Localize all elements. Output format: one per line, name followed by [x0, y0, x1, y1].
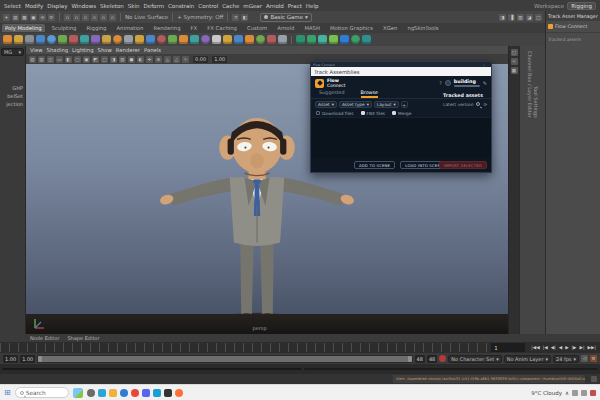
outliner-item[interactable]: belSet [0, 92, 25, 100]
file-explorer-icon[interactable] [109, 389, 117, 397]
taskbar-search-input[interactable]: Search [15, 387, 69, 398]
shelf-tool-icon[interactable] [36, 35, 45, 44]
shelf-tool-icon[interactable] [47, 35, 56, 44]
modeling-toolkit-toggle-icon[interactable]: ◪ [526, 14, 533, 21]
avatar[interactable] [445, 80, 451, 86]
symmetry-dropdown[interactable]: + Symmetry: Off [177, 14, 223, 20]
outliner-filter-dropdown[interactable]: MG ▾ [1, 48, 24, 56]
shelf-tab[interactable]: Motion Graphics [327, 24, 376, 32]
redo-icon[interactable]: ⟳ [48, 14, 55, 21]
time-slider[interactable]: 1 |◀◀|◀◀|◀▶|▶▶|▶▶| [0, 342, 600, 353]
workspace-selector[interactable]: Workspace Rigging [534, 2, 596, 10]
shelf-tool-icon[interactable] [329, 35, 338, 44]
current-frame-field[interactable]: 1 [491, 343, 525, 352]
shelf-tool-icon[interactable] [245, 35, 254, 44]
exposure-field[interactable]: 0.00 [193, 56, 208, 63]
menu-item[interactable]: Deform [144, 3, 164, 9]
shelf-tab[interactable]: Poly Modeling [2, 24, 45, 32]
step-back-key-button[interactable]: ◀| [551, 345, 556, 350]
character-set-dropdown[interactable]: No Character Set ▾ [448, 355, 501, 363]
menu-item[interactable]: Modify [25, 3, 43, 9]
mute-icon[interactable]: ◁ [581, 355, 588, 362]
go-to-start-button[interactable]: |◀◀ [531, 345, 539, 350]
viewport-menu-item[interactable]: Lighting [72, 47, 93, 53]
shelf-tool-icon[interactable] [351, 35, 360, 44]
vscode-icon[interactable] [153, 389, 161, 397]
light-icon[interactable]: ☼ [511, 58, 518, 65]
shelf-tab[interactable]: FX [188, 24, 201, 32]
flow-tab[interactable]: Suggested [319, 90, 345, 98]
shelf-tool-icon[interactable] [25, 35, 34, 44]
shelf-tool-icon[interactable] [14, 35, 23, 44]
shelf-tab[interactable]: Rendering [150, 24, 183, 32]
snap-point-icon[interactable]: ∩ [82, 14, 89, 21]
snap-curve-icon[interactable]: ∩ [73, 14, 80, 21]
viewport-tool-icon[interactable]: ✛ [146, 56, 153, 63]
shelf-tool-icon[interactable] [102, 35, 111, 44]
import-selected-button[interactable]: IMPORT SELECTED [439, 161, 487, 169]
shelf-tool-icon[interactable] [201, 35, 210, 44]
shelf-tab[interactable]: Sculpting [49, 24, 80, 32]
viewport-tool-icon[interactable]: ● [128, 56, 135, 63]
step-forward-frame-button[interactable]: ▶| [580, 345, 585, 350]
play-forwards-button[interactable]: ▶ [565, 345, 568, 350]
shelf-tool-icon[interactable] [223, 35, 232, 44]
auto-keyframe-icon[interactable] [439, 355, 446, 362]
shelf-tool-icon[interactable] [179, 35, 188, 44]
animation-end-field[interactable]: 48 [427, 355, 437, 363]
import-option-checkbox[interactable]: Merge [392, 111, 411, 116]
snap-view-plane-icon[interactable]: ∩ [100, 14, 107, 21]
widgets-icon[interactable] [98, 389, 106, 397]
firefox-icon[interactable] [175, 389, 183, 397]
viewport-menu-item[interactable]: Renderer [116, 47, 140, 53]
sidebar-vertical-tab[interactable]: Tool Settings [533, 86, 539, 118]
menu-item[interactable]: Control [198, 3, 218, 9]
scene-selector-button[interactable]: Basic Game ▾ [260, 13, 311, 22]
add-to-scene-button[interactable]: ADD TO SCENE [354, 161, 395, 169]
add-filter-button[interactable]: + [401, 101, 408, 108]
menu-item[interactable]: Help [306, 3, 319, 9]
selection-mask-dropdown[interactable]: ▾ [3, 14, 10, 21]
shelf-tab[interactable]: Arnold [274, 24, 297, 32]
fps-dropdown[interactable]: 24 fps ▾ [553, 355, 579, 363]
menu-item[interactable]: Windows [71, 3, 96, 9]
range-slider[interactable] [37, 355, 412, 363]
shelf-tool-icon[interactable] [124, 35, 133, 44]
shelf-tool-icon[interactable] [278, 35, 287, 44]
notification-icon[interactable] [590, 390, 596, 396]
shelf-tool-icon[interactable] [168, 35, 177, 44]
anim-layer-dropdown[interactable]: No Anim Layer ▾ [504, 355, 551, 363]
shelf-tab[interactable]: ngSkinTools [404, 24, 441, 32]
flow-connect-row[interactable]: Flow Connect [546, 21, 600, 33]
shelf-tool-icon[interactable] [91, 35, 100, 44]
attribute-editor-toggle-icon[interactable]: ◨ [499, 14, 506, 21]
undo-icon[interactable]: ⟲ [39, 14, 46, 21]
filter-dropdown[interactable]: Asset type ▾ [339, 101, 372, 108]
workspace-value[interactable]: Rigging [567, 2, 596, 10]
shelf-tool-icon[interactable] [256, 35, 265, 44]
shelf-tool-icon[interactable] [362, 35, 371, 44]
menu-item[interactable]: mGear [243, 3, 262, 9]
shelf-tool-icon[interactable] [146, 35, 155, 44]
viewport-tool-icon[interactable]: ▨ [38, 56, 45, 63]
outliner-toggle-icon[interactable]: □ [535, 14, 542, 21]
viewport-tool-icon[interactable]: ⊕ [155, 56, 162, 63]
viewport-tool-icon[interactable]: △ [173, 56, 180, 63]
tray-expand-icon[interactable]: ∧ [565, 390, 569, 396]
close-icon[interactable]: × [483, 63, 485, 66]
menu-item[interactable]: Skeleton [100, 3, 124, 9]
viewport-tool-icon[interactable]: ☼ [182, 56, 189, 63]
search-icon[interactable] [476, 102, 480, 106]
terminal-icon[interactable] [164, 389, 172, 397]
import-option-checkbox[interactable]: FBX files [361, 111, 386, 116]
filter-dropdown[interactable]: Layout ▾ [374, 101, 399, 108]
chrome-icon[interactable] [131, 389, 139, 397]
network-icon[interactable] [572, 390, 578, 396]
volume-icon[interactable] [581, 390, 587, 396]
viewport-tool-icon[interactable]: ▣ [83, 56, 90, 63]
flow-tab[interactable]: Browse [361, 90, 378, 98]
tool-settings-toggle-icon[interactable]: ▐ [508, 14, 515, 21]
menu-item[interactable]: Arnold [266, 3, 284, 9]
viewport-menu-item[interactable]: Shading [47, 47, 69, 53]
playback-end-field[interactable]: 48 [415, 355, 425, 363]
